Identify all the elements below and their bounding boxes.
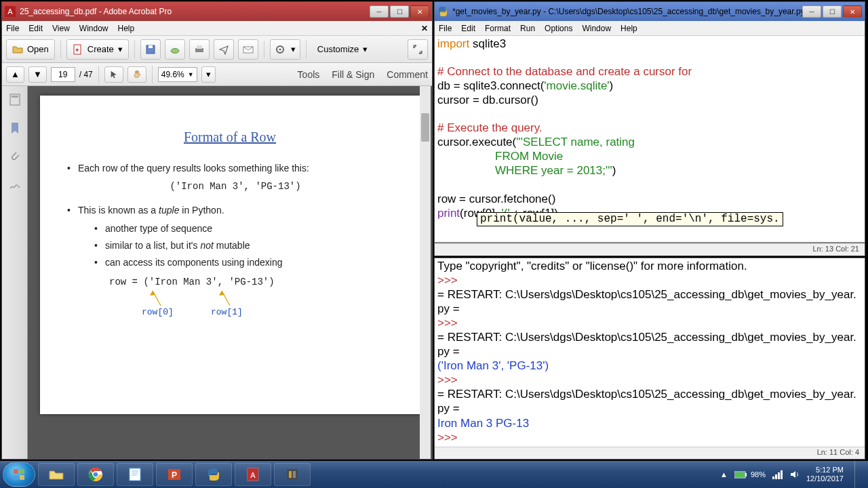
chevron-down-icon: ▼: [188, 71, 194, 78]
acrobat-menubar: File Edit View Window Help ✕: [2, 21, 432, 36]
page-up-button[interactable]: ▲: [6, 66, 24, 83]
index-label-1: row[1]: [211, 306, 243, 319]
svg-rect-26: [130, 468, 140, 481]
taskbar-powerpoint[interactable]: P: [156, 463, 193, 486]
taskbar-notepad[interactable]: [117, 463, 153, 486]
start-button[interactable]: [3, 462, 35, 487]
svg-rect-42: [775, 474, 777, 479]
menu-view[interactable]: View: [52, 24, 70, 33]
expand-button[interactable]: [408, 39, 428, 60]
svg-point-11: [279, 48, 281, 50]
python-icon: [437, 6, 448, 17]
menu-edit[interactable]: Edit: [461, 24, 475, 33]
page-down-button[interactable]: ▼: [28, 66, 47, 83]
select-tool-button[interactable]: [104, 66, 123, 83]
svg-rect-41: [772, 476, 774, 479]
comment-panel-tab[interactable]: Comment: [387, 69, 428, 80]
svg-rect-22: [20, 475, 24, 480]
bookmark-icon[interactable]: [8, 121, 22, 135]
svg-point-6: [171, 48, 179, 53]
slide-title: Format of a Row: [67, 129, 393, 145]
customize-button[interactable]: Customize ▾: [312, 39, 373, 60]
chevron-down-icon: ▾: [363, 44, 368, 54]
acrobat-icon: A: [5, 6, 16, 17]
acrobat-title: 25_accessing_db.pdf - Adobe Acrobat Pro: [20, 7, 370, 16]
page-number-input[interactable]: [51, 67, 75, 82]
idle-editor-menubar: File Edit Format Run Options Window Help: [435, 21, 865, 36]
maximize-button[interactable]: ☐: [390, 5, 409, 18]
clock[interactable]: 5:12 PM 12/10/2017: [806, 466, 844, 483]
create-icon: ✦: [73, 44, 83, 55]
svg-rect-44: [781, 470, 783, 479]
battery-indicator[interactable]: 98%: [734, 470, 766, 479]
fill-sign-panel-tab[interactable]: Fill & Sign: [332, 69, 374, 80]
zoom-dropdown-button[interactable]: ▾: [201, 66, 216, 83]
document-close-button[interactable]: ✕: [421, 24, 428, 33]
taskbar-chrome[interactable]: [77, 463, 114, 486]
shell-output[interactable]: Type "copyright", "credits" or "license(…: [435, 258, 865, 447]
acrobat-titlebar[interactable]: A 25_accessing_db.pdf - Adobe Acrobat Pr…: [2, 2, 432, 21]
subbullet-3: can access its components using indexing: [94, 256, 393, 270]
idle-shell-window: Type "copyright", "credits" or "license(…: [434, 258, 865, 460]
index-label-0: row[0]: [142, 306, 174, 319]
code-sample-1: ('Iron Man 3', 'PG-13'): [78, 180, 393, 194]
zoom-select[interactable]: 49.6%▼: [158, 67, 197, 82]
settings-button[interactable]: ▾: [270, 39, 300, 60]
menu-help[interactable]: Help: [118, 24, 135, 33]
menu-window[interactable]: Window: [79, 24, 108, 33]
email-button[interactable]: [238, 39, 258, 60]
code-editor[interactable]: import sqlite3 # Connect to the database…: [435, 36, 865, 243]
close-button[interactable]: ✕: [410, 5, 429, 18]
open-button[interactable]: Open: [6, 39, 55, 60]
create-button[interactable]: ✦ Create ▾: [66, 39, 129, 60]
subbullet-2: similar to a list, but it's not mutable: [94, 239, 393, 253]
taskbar-explorer[interactable]: [38, 463, 75, 486]
svg-marker-17: [219, 291, 224, 296]
code-sample-2: row = ('Iron Man 3', 'PG-13'): [109, 275, 393, 289]
system-tray: ▲ 98% 5:12 PM 12/10/2017: [720, 461, 865, 488]
envelope-icon: [243, 44, 254, 55]
menu-format[interactable]: Format: [485, 24, 511, 33]
close-button[interactable]: ✕: [843, 5, 862, 18]
tray-up-icon[interactable]: ▲: [720, 470, 728, 479]
share-button[interactable]: [214, 39, 234, 60]
hand-tool-button[interactable]: [127, 66, 146, 83]
svg-rect-21: [14, 475, 18, 480]
pdf-page: Format of a Row Each row of the query re…: [40, 96, 420, 414]
scrollbar-thumb[interactable]: [421, 113, 429, 142]
minimize-button[interactable]: ─: [802, 5, 821, 18]
svg-rect-13: [12, 96, 18, 98]
menu-file[interactable]: File: [439, 24, 452, 33]
network-icon[interactable]: [772, 470, 783, 479]
acrobat-body: Format of a Row Each row of the query re…: [2, 86, 432, 459]
menu-help[interactable]: Help: [620, 24, 637, 33]
thumbnails-icon[interactable]: [8, 93, 22, 106]
taskbar-acrobat[interactable]: A: [235, 463, 271, 486]
attachment-icon[interactable]: [8, 150, 22, 163]
menu-file[interactable]: File: [6, 24, 19, 33]
cloud-button[interactable]: [165, 39, 185, 60]
tools-panel-tab[interactable]: Tools: [298, 69, 320, 80]
svg-rect-8: [197, 45, 202, 49]
idle-editor-titlebar[interactable]: *get_movies_by_year.py - C:\Users\dgs\De…: [435, 2, 865, 21]
print-button[interactable]: [189, 39, 210, 60]
page-total-label: / 47: [79, 70, 93, 79]
svg-rect-5: [149, 45, 153, 48]
svg-rect-20: [20, 469, 24, 474]
volume-icon[interactable]: [790, 470, 800, 479]
menu-edit[interactable]: Edit: [28, 24, 43, 33]
menu-options[interactable]: Options: [545, 24, 572, 33]
taskbar-idle[interactable]: [195, 463, 232, 486]
chevron-down-icon: ▾: [118, 44, 123, 54]
page-viewport[interactable]: Format of a Row Each row of the query re…: [28, 86, 432, 459]
taskbar-app[interactable]: [274, 463, 311, 486]
show-desktop-button[interactable]: [854, 461, 861, 488]
minimize-button[interactable]: ─: [370, 5, 389, 18]
menu-window[interactable]: Window: [582, 24, 611, 33]
vertical-scrollbar[interactable]: [420, 86, 431, 459]
maximize-button[interactable]: ☐: [823, 5, 842, 18]
save-button[interactable]: [140, 39, 161, 60]
cloud-icon: [170, 44, 180, 55]
signature-icon[interactable]: [8, 178, 22, 192]
menu-run[interactable]: Run: [520, 24, 535, 33]
